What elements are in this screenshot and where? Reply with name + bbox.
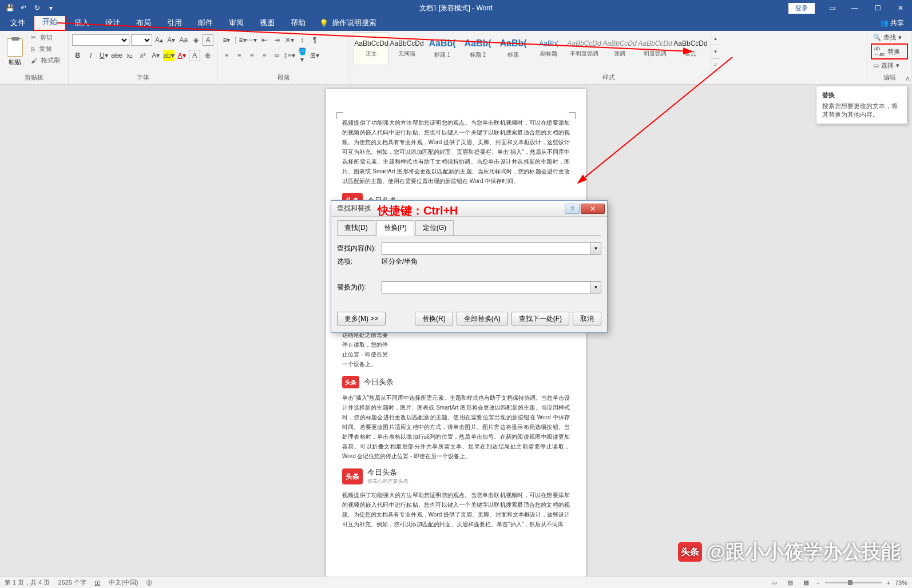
font-size-select[interactable] [131,34,152,46]
shading-icon[interactable]: 🪣▾ [296,50,308,61]
style-item[interactable]: AaBbCcDd强调 [602,32,637,65]
tab-file[interactable]: 文件 [2,15,33,31]
asian-layout-icon[interactable]: ✕▾ [284,34,295,46]
dialog-tab-replace[interactable]: 替换(P) [376,220,414,236]
qat-dropdown-icon[interactable]: ▾ [45,2,57,14]
superscript-icon[interactable]: x² [137,50,149,61]
subscript-icon[interactable]: x₂ [124,50,136,61]
cancel-button[interactable]: 取消 [573,312,601,325]
tab-layout[interactable]: 布局 [128,15,159,31]
save-icon[interactable]: 💾 [3,2,16,14]
status-page[interactable]: 第 1 页，共 4 页 [5,578,50,587]
sort-icon[interactable]: ↕ [296,34,308,46]
bold-icon[interactable]: B [72,50,84,61]
tell-me-search[interactable]: 💡 操作说明搜索 [314,15,382,31]
find-button[interactable]: 🔍 查找▾ [871,32,908,43]
style-item[interactable]: AaBbCcDd无间隔 [389,32,425,65]
ribbon-options-icon[interactable]: ▭ [820,0,843,16]
char-shading-icon[interactable]: A [189,50,200,61]
copy-button[interactable]: ⎘ 复制 [29,43,65,54]
style-item[interactable]: AaBb(副标题 [531,32,566,65]
font-name-select[interactable] [72,34,129,46]
underline-icon[interactable]: U▾ [98,50,109,61]
more-button[interactable]: 更多(M) >> [337,312,386,325]
find-next-button[interactable]: 查找下一处(F) [511,312,569,325]
replace-one-button[interactable]: 替换(R) [415,312,453,325]
tab-insert[interactable]: 插入 [66,15,97,31]
style-item[interactable]: AaBbCcDd不明显强调 [566,32,602,65]
view-print-icon[interactable]: ▤ [784,578,796,587]
bullets-icon[interactable]: ≡▾ [221,34,232,46]
expand-gallery-icon[interactable]: ≡ [711,59,720,72]
close-icon[interactable]: ✕ [889,0,912,16]
grow-font-icon[interactable]: A▴ [154,34,164,46]
style-item[interactable]: AaBbCcDd明显强调 [637,32,673,65]
status-accessibility-icon[interactable]: 🛈 [146,579,152,586]
cut-button[interactable]: ✂ 剪切 [29,32,65,43]
show-marks-icon[interactable]: ¶ [309,34,320,46]
tab-help[interactable]: 帮助 [283,15,314,31]
redo-icon[interactable]: ↻ [31,2,43,14]
strikethrough-icon[interactable]: abc [111,50,122,61]
tab-references[interactable]: 引用 [159,15,190,31]
numbering-icon[interactable]: ⋮≡▾ [233,34,245,46]
align-center-icon[interactable]: ≡ [233,50,245,61]
status-lang[interactable]: 中文(中国) [109,578,138,587]
minimize-icon[interactable]: — [843,0,866,16]
replace-all-button[interactable]: 全部替换(A) [457,312,508,325]
zoom-slider[interactable] [825,582,882,583]
style-item[interactable]: AaBb(标题 2 [460,32,495,65]
status-words[interactable]: 2625 个字 [58,578,86,587]
tab-mailings[interactable]: 邮件 [190,15,221,31]
align-right-icon[interactable]: ≡ [246,50,257,61]
text-effects-icon[interactable]: A▾ [150,50,161,61]
multilevel-icon[interactable]: ⋯▾ [246,34,257,46]
zoom-out-icon[interactable]: − [816,579,820,586]
replace-button[interactable]: ab↔ac 替换 [871,43,908,59]
undo-icon[interactable]: ↶ [17,2,30,14]
styles-gallery[interactable]: AaBbCcDd正文AaBbCcDd无间隔AaBb(标题 1AaBb(标题 2A… [354,32,708,70]
collapse-ribbon-icon[interactable]: ᐱ [906,76,910,82]
scroll-down-icon[interactable]: ▼ [711,45,720,58]
dialog-titlebar[interactable]: 查找和替换 ? ✕ [331,201,607,217]
document-page[interactable]: 视频提供了功能强大的方法帮助您证明您的观点。当您单击联机视频时，可以在想要添加的… [326,89,586,577]
style-item[interactable]: AaBb(标题 [495,32,531,65]
shrink-font-icon[interactable]: A▾ [166,34,176,46]
dropdown-icon[interactable]: ▼ [590,282,601,293]
phonetic-guide-icon[interactable]: A [203,34,213,46]
login-button[interactable]: 登录 [788,3,815,14]
italic-icon[interactable]: I [85,50,97,61]
change-case-icon[interactable]: Aa [179,34,189,46]
dialog-tab-find[interactable]: 查找(D) [337,220,375,236]
tab-review[interactable]: 审阅 [221,15,252,31]
borders-icon[interactable]: ⊞▾ [309,50,320,61]
dropdown-icon[interactable]: ▼ [590,243,601,254]
tab-view[interactable]: 视图 [252,15,283,31]
align-left-icon[interactable]: ≡ [221,50,232,61]
dialog-tab-goto[interactable]: 定位(G) [415,220,454,236]
style-item[interactable]: AaBbCcDd正文 [354,32,389,65]
justify-icon[interactable]: ≡ [259,50,270,61]
maximize-icon[interactable]: ☐ [866,0,889,16]
highlight-icon[interactable]: ab▾ [163,50,175,61]
paste-button[interactable]: 粘贴 [3,32,26,72]
zoom-in-icon[interactable]: + [887,579,890,586]
distribute-icon[interactable]: ⬄ [271,50,283,61]
dialog-help-icon[interactable]: ? [565,204,580,214]
replace-input[interactable]: ▼ [382,281,601,293]
font-color-icon[interactable]: A▾ [176,50,188,61]
zoom-value[interactable]: 73% [895,579,907,586]
styles-scroll[interactable]: ▲▼≡ [711,32,720,72]
scroll-up-icon[interactable]: ▲ [711,32,720,45]
style-item[interactable]: AaBb(标题 1 [425,32,460,65]
increase-indent-icon[interactable]: ⇥ [271,34,283,46]
share-button[interactable]: 👥 共享 [872,15,912,31]
decrease-indent-icon[interactable]: ⇤ [259,34,270,46]
format-painter-button[interactable]: 🖌 格式刷 [29,55,65,66]
style-item[interactable]: AaBbCcDd要点 [673,32,708,65]
dialog-close-icon[interactable]: ✕ [581,204,605,214]
enclose-icon[interactable]: ⊕ [202,50,213,61]
clear-format-icon[interactable]: ◈ [191,34,201,46]
find-input[interactable]: ▼ [382,243,601,255]
line-spacing-icon[interactable]: ‡≡▾ [284,50,295,61]
